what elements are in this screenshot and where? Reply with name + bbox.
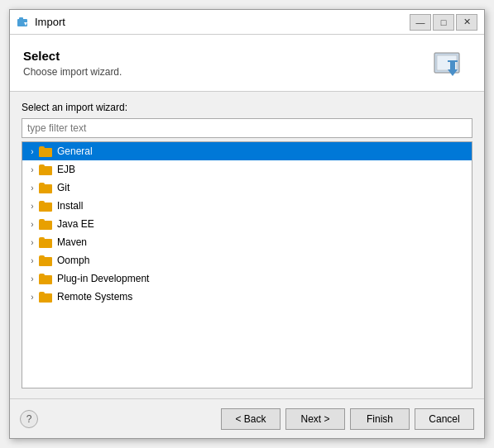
header-subtitle: Choose import wizard. xyxy=(23,66,122,78)
item-label-install: Install xyxy=(57,200,83,212)
next-button[interactable]: Next > xyxy=(285,408,345,430)
help-button[interactable]: ? xyxy=(20,410,38,428)
expand-arrow-maven: › xyxy=(26,238,39,247)
tree-list: › General › EJB › Git › Install › Java E… xyxy=(22,142,472,388)
tree-item-java-ee[interactable]: › Java EE xyxy=(22,215,472,233)
tree-container: › General › EJB › Git › Install › Java E… xyxy=(22,141,472,388)
filter-input[interactable] xyxy=(22,118,472,138)
header-title: Select xyxy=(23,49,122,63)
finish-button[interactable]: Finish xyxy=(350,408,410,430)
item-label-maven: Maven xyxy=(57,236,87,248)
tree-item-remote-systems[interactable]: › Remote Systems xyxy=(22,288,472,306)
cancel-button[interactable]: Cancel xyxy=(415,408,474,430)
tree-item-general[interactable]: › General xyxy=(22,142,472,160)
import-dialog: Import — □ ✕ Select Choose import wizard… xyxy=(9,9,485,439)
expand-arrow-oomph: › xyxy=(26,256,39,265)
tree-item-maven[interactable]: › Maven xyxy=(22,233,472,251)
expand-arrow-java-ee: › xyxy=(26,220,39,229)
item-label-general: General xyxy=(57,145,93,157)
maximize-button[interactable]: □ xyxy=(433,14,454,31)
footer: ? < Back Next > Finish Cancel xyxy=(10,398,484,438)
folder-icon-install xyxy=(39,200,54,212)
svg-rect-6 xyxy=(450,61,455,69)
import-wizard-icon xyxy=(431,46,471,79)
window-icon xyxy=(17,16,30,29)
folder-icon-maven xyxy=(39,236,54,248)
tree-item-ejb[interactable]: › EJB xyxy=(22,160,472,179)
minimize-button[interactable]: — xyxy=(410,14,431,31)
folder-icon-remote-systems xyxy=(39,291,54,303)
footer-buttons: < Back Next > Finish Cancel xyxy=(221,408,474,430)
header-text: Select Choose import wizard. xyxy=(23,49,122,78)
item-label-git: Git xyxy=(57,182,70,193)
folder-icon-general xyxy=(39,145,54,157)
expand-arrow-general: › xyxy=(26,147,39,156)
folder-icon-oomph xyxy=(39,255,54,266)
tree-item-oomph[interactable]: › Oomph xyxy=(22,251,472,269)
tree-item-plug-in-development[interactable]: › Plug-in Development xyxy=(22,269,472,288)
item-label-java-ee: Java EE xyxy=(57,218,94,230)
item-label-ejb: EJB xyxy=(57,164,75,175)
title-bar: Import — □ ✕ xyxy=(10,10,484,35)
wizard-label: Select an import wizard: xyxy=(22,102,472,113)
tree-item-install[interactable]: › Install xyxy=(22,197,472,215)
expand-arrow-ejb: › xyxy=(26,165,39,174)
folder-icon-plug-in-development xyxy=(39,273,54,284)
folder-icon-java-ee xyxy=(39,218,54,230)
expand-arrow-remote-systems: › xyxy=(26,293,39,302)
expand-arrow-git: › xyxy=(26,183,39,193)
folder-icon-ejb xyxy=(39,164,54,175)
close-button[interactable]: ✕ xyxy=(456,14,477,31)
window-title: Import xyxy=(35,16,410,28)
item-label-oomph: Oomph xyxy=(57,255,89,266)
item-label-plug-in-development: Plug-in Development xyxy=(57,273,149,284)
tree-item-git[interactable]: › Git xyxy=(22,179,472,197)
content-area: Select an import wizard: › General › EJB… xyxy=(10,92,484,398)
folder-icon-git xyxy=(39,182,54,193)
svg-rect-1 xyxy=(19,17,23,20)
back-button[interactable]: < Back xyxy=(221,408,281,430)
header-section: Select Choose import wizard. xyxy=(10,35,484,92)
expand-arrow-plug-in-development: › xyxy=(26,274,39,284)
window-controls: — □ ✕ xyxy=(410,14,477,31)
expand-arrow-install: › xyxy=(26,202,39,211)
item-label-remote-systems: Remote Systems xyxy=(57,291,132,303)
